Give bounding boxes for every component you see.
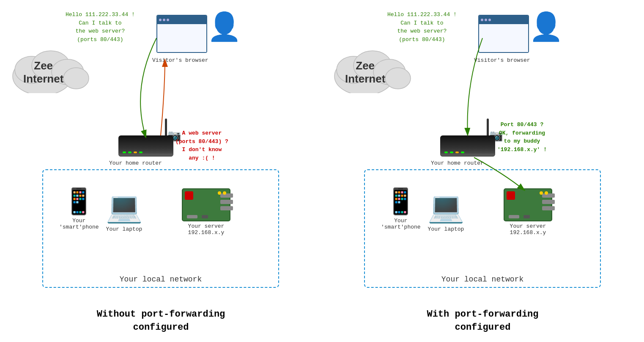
left-smartphone-group: 📱 Your'smart'phone [59,190,99,230]
right-person-icon: 👤 [529,11,563,44]
left-visitor-label: Visitor's browser [152,57,208,63]
right-speech-bubble: Hello 111.222.33.44 ! Can I talk to the … [387,11,457,44]
right-cloud-text: Zee Internet [345,59,385,86]
left-network-label: Your local network [42,275,279,284]
svg-point-4 [63,68,89,89]
left-router-label: Your home router [109,160,162,166]
right-cloud: Zee Internet [330,38,419,95]
left-cloud: Zee Internet [8,38,97,95]
right-laptop-group: 💻 Your laptop [428,195,464,232]
right-visitor-label: Visitor's browser [474,57,530,63]
right-diagram: Zee Internet Hello 111.222.33.44 ! Can I… [322,4,644,309]
left-diagram: Zee Internet Hello 111.222.33.44 ! Can I… [0,4,322,309]
right-network-label: Your local network [364,275,601,284]
diagrams-container: Zee Internet Hello 111.222.33.44 ! Can I… [0,0,644,305]
left-router-group: 📷 [118,135,173,157]
left-laptop-group: 💻 Your laptop [106,195,143,232]
caption-right: With port-forwarding configured [322,305,644,342]
right-router-speech: Port 80/443 ? OK, forwarding to my buddy… [497,121,547,154]
right-raspi-group: Your server192.168.x.y [504,188,552,236]
left-speech-bubble: Hello 111.222.33.44 ! Can I talk to the … [66,11,135,44]
left-raspi-group: Your server192.168.x.y [182,188,230,236]
captions-row: Without port-forwarding configured With … [0,305,644,342]
caption-left: Without port-forwarding configured [0,305,322,342]
left-person-icon: 👤 [207,11,241,44]
left-cloud-text: Zee Internet [23,59,63,86]
left-router-speech: A web server (ports 80/443) ? I don't kn… [175,129,228,162]
svg-point-11 [385,68,411,89]
right-smartphone-group: 📱 Your'smart'phone [381,190,421,230]
right-router-group: 📷 [440,135,495,157]
right-router-label: Your home router [431,160,484,166]
